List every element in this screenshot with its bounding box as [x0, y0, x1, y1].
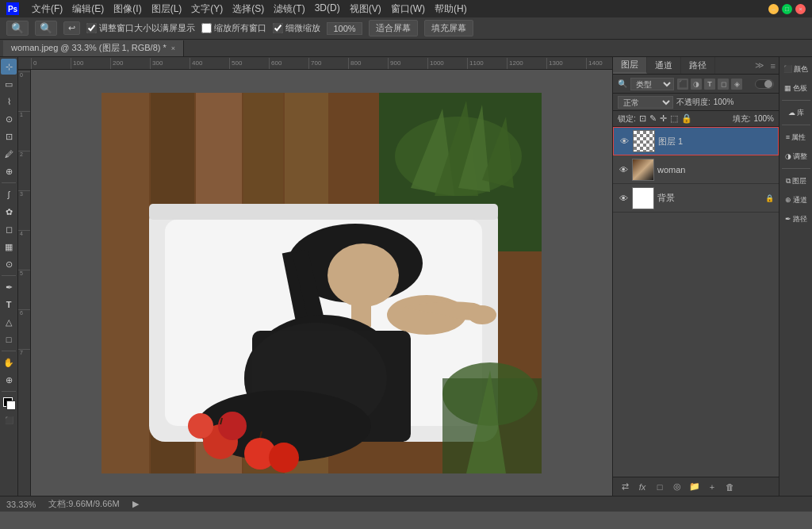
- new-layer-button[interactable]: +: [705, 480, 719, 494]
- layer-item-1[interactable]: 👁 图层 1: [613, 127, 779, 155]
- ruler-mark: 900: [388, 58, 427, 69]
- adjustment-layer-button[interactable]: ◎: [670, 480, 684, 494]
- close-button[interactable]: ×: [795, 4, 806, 14]
- tab-layers[interactable]: 图层: [613, 57, 647, 74]
- menu-window[interactable]: 窗口(W): [391, 2, 425, 16]
- lock-artboard-icon[interactable]: ⬚: [670, 113, 678, 124]
- text-tool[interactable]: T: [1, 297, 17, 312]
- fill-screen-button[interactable]: 填充屏幕: [424, 20, 473, 36]
- zoom-reset-button[interactable]: ↩: [63, 21, 80, 35]
- move-tool[interactable]: ⊹: [1, 59, 17, 75]
- layer-item-background[interactable]: 👁 背景 🔒: [613, 184, 779, 213]
- maximize-button[interactable]: □: [782, 4, 792, 14]
- filter-adjust-icon[interactable]: ◑: [691, 79, 702, 90]
- filter-pixel-icon[interactable]: ⬛: [677, 79, 688, 90]
- canvas-area[interactable]: 0 100 200 300 400 500 600 700 800 900 10…: [18, 57, 612, 496]
- spot-heal-tool[interactable]: ⊕: [1, 163, 17, 179]
- panel-expand[interactable]: ≫: [752, 57, 768, 74]
- layer-visibility-woman[interactable]: 👁: [618, 164, 629, 175]
- toolbar-separator-4: [2, 391, 16, 392]
- tab-channels[interactable]: 通道: [647, 57, 681, 74]
- layer-item-woman[interactable]: 👁 woman: [613, 155, 779, 184]
- quick-select-tool[interactable]: ⊙: [1, 111, 17, 127]
- blend-mode-row: 正常 不透明度: 100%: [613, 94, 779, 111]
- clone-tool[interactable]: ✿: [1, 204, 17, 220]
- menu-layer[interactable]: 图层(L): [151, 2, 182, 16]
- layers-mini-button[interactable]: ⧉ 图层: [782, 172, 810, 190]
- crop-tool[interactable]: ⊡: [1, 128, 17, 144]
- filter-smart-icon[interactable]: ◈: [731, 79, 742, 90]
- pen-tool[interactable]: ✒: [1, 279, 17, 295]
- gradient-tool[interactable]: ▦: [1, 239, 17, 255]
- new-group-button[interactable]: 📁: [688, 480, 702, 494]
- paths-mini-button[interactable]: ✒ 路径: [782, 210, 810, 228]
- zoom-tool[interactable]: ⊕: [1, 372, 17, 388]
- add-style-button[interactable]: fx: [635, 480, 649, 494]
- zoom-out-button[interactable]: 🔍: [6, 21, 29, 36]
- dodge-tool[interactable]: ⊙: [1, 256, 17, 272]
- fill-value[interactable]: 100%: [753, 114, 774, 123]
- menu-3d[interactable]: 3D(D): [315, 2, 340, 16]
- filter-type-select[interactable]: 类型: [630, 78, 674, 90]
- shape-tool[interactable]: □: [1, 332, 17, 347]
- zoom-level[interactable]: 33.33%: [6, 500, 36, 509]
- opacity-value[interactable]: 100%: [714, 98, 734, 106]
- properties-panel-button[interactable]: ≡ 属性: [782, 128, 810, 146]
- fit-screen-button[interactable]: 适合屏幕: [369, 20, 418, 36]
- lasso-tool[interactable]: ⌇: [1, 94, 17, 109]
- menu-view[interactable]: 视图(V): [350, 2, 381, 16]
- lock-pixels-icon[interactable]: ✎: [649, 113, 657, 124]
- color-panel-icon: ⬛: [783, 65, 792, 73]
- tab-close-button[interactable]: ×: [171, 44, 175, 52]
- lock-all-icon[interactable]: 🔒: [681, 113, 692, 124]
- layer-visibility-1[interactable]: 👁: [619, 136, 630, 147]
- mode-icons[interactable]: ⬛: [1, 412, 17, 428]
- menu-edit[interactable]: 编辑(E): [72, 2, 104, 16]
- document-tab[interactable]: woman.jpeg @ 33.3% (图层 1, RGB/8) * ×: [3, 40, 184, 56]
- filter-toggle[interactable]: [755, 79, 774, 89]
- adjustments-panel-button[interactable]: ◑ 调整: [782, 148, 810, 165]
- path-tool[interactable]: △: [1, 314, 17, 330]
- lock-position-icon[interactable]: ✛: [660, 113, 667, 124]
- channels-mini-button[interactable]: ⊕ 通道: [782, 191, 810, 209]
- marquee-tool[interactable]: ▭: [1, 76, 17, 92]
- layers-search-row: 🔍 类型 ⬛ ◑ T ◻ ◈: [613, 75, 779, 94]
- foreground-bg-color[interactable]: [1, 395, 17, 411]
- layer-visibility-background[interactable]: 👁: [618, 193, 629, 204]
- filter-shape-icon[interactable]: ◻: [718, 79, 729, 90]
- eraser-tool[interactable]: ◻: [1, 221, 17, 237]
- menu-help[interactable]: 帮助(H): [435, 2, 467, 16]
- zoom-in-button[interactable]: 🔍: [35, 21, 57, 36]
- swatches-panel-button[interactable]: ▦ 色板: [782, 79, 810, 97]
- add-mask-button[interactable]: □: [653, 480, 667, 494]
- opacity-label: 不透明度:: [676, 97, 710, 108]
- hand-tool[interactable]: ✋: [1, 355, 17, 370]
- menu-select[interactable]: 选择(S): [232, 2, 264, 16]
- fit-window-checkbox[interactable]: 调整窗口大小以满屏显示: [86, 22, 195, 34]
- zoom-percent-input[interactable]: [327, 22, 362, 35]
- menu-file[interactable]: 文件(F): [32, 2, 63, 16]
- tab-paths[interactable]: 路径: [681, 57, 715, 74]
- layers-list: 👁 图层 1 👁 woman 👁 背景: [613, 127, 779, 477]
- panel-menu[interactable]: ≡: [768, 57, 779, 74]
- libraries-panel-button[interactable]: ☁ 库: [782, 104, 810, 121]
- ruler-mark: 600: [269, 58, 308, 69]
- lock-transparent-icon[interactable]: ⊡: [639, 113, 646, 124]
- delete-layer-button[interactable]: 🗑: [722, 480, 737, 494]
- menu-image[interactable]: 图像(I): [113, 2, 141, 16]
- expand-arrow[interactable]: ▶: [132, 499, 139, 509]
- filter-text-icon[interactable]: T: [704, 79, 715, 90]
- minimize-button[interactable]: –: [768, 4, 779, 14]
- fine-zoom-checkbox[interactable]: 细微缩放: [273, 22, 320, 34]
- blend-mode-select[interactable]: 正常: [618, 96, 673, 109]
- canvas-container[interactable]: [31, 70, 612, 496]
- eyedropper-tool[interactable]: 🖉: [1, 146, 17, 162]
- ruler-mark: 1000: [427, 58, 467, 69]
- color-panel-button[interactable]: ⬛ 颜色: [782, 60, 810, 78]
- brush-tool[interactable]: ∫: [1, 186, 17, 202]
- menu-filter[interactable]: 滤镜(T): [274, 2, 304, 16]
- menu-text[interactable]: 文字(Y): [191, 2, 223, 16]
- all-windows-checkbox[interactable]: 缩放所有窗口: [201, 22, 266, 34]
- link-layers-button[interactable]: ⇄: [618, 480, 632, 494]
- svg-point-28: [188, 413, 213, 439]
